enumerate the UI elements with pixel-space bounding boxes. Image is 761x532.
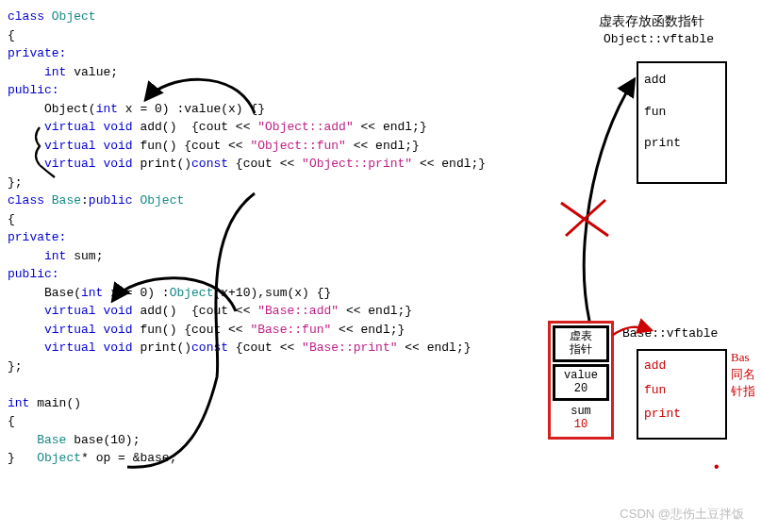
object-vftable-box: add fun print xyxy=(637,61,727,184)
vtable-entry: print xyxy=(644,134,720,153)
note-red: Bas 同名 针指 xyxy=(731,349,755,401)
dot-icon: • xyxy=(712,457,721,479)
memory-layout: 虚表 指针 value 20 sum 10 xyxy=(548,321,614,440)
base-vftable-label: Base::vftable xyxy=(622,324,718,343)
vtable-entry: print xyxy=(644,405,720,424)
vtable-entry: add xyxy=(644,357,720,375)
vtable-entry: fun xyxy=(644,381,720,400)
base-vftable-box: add fun print xyxy=(637,349,727,440)
vtable-entry: fun xyxy=(644,103,720,122)
object-vftable-label: Object::vftable xyxy=(604,30,714,49)
vtable-entry: add xyxy=(644,71,720,90)
watermark: CSDN @悲伤土豆拌饭 xyxy=(620,505,744,524)
mem-value: value 20 xyxy=(553,364,609,401)
page: { "code": { "l01a":"class ","l01b":"Obje… xyxy=(0,0,761,532)
code-block: class Object { private: int value; publi… xyxy=(8,8,554,468)
vtable-title-cn: 虚表存放函数指针 xyxy=(599,11,704,31)
mem-vptr: 虚表 指针 xyxy=(553,325,609,362)
mem-sum: sum 10 xyxy=(553,403,609,434)
